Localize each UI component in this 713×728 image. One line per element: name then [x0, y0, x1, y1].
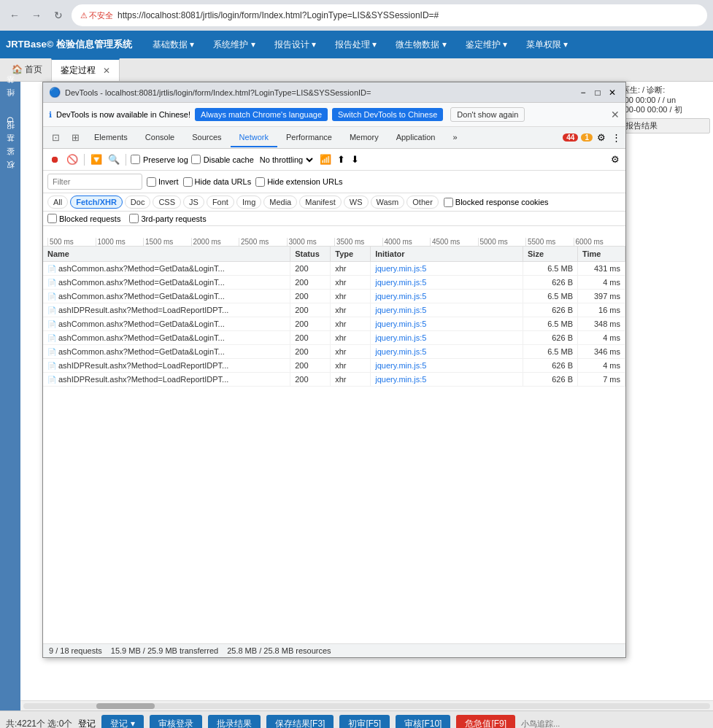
nav-item-report-proc[interactable]: 报告处理 ▾	[326, 33, 385, 57]
table-row[interactable]: 📄ashCommon.ashx?Method=GetData&LoginT...…	[43, 345, 625, 359]
td-initiator-2[interactable]: jquery.min.js:5	[371, 290, 523, 303]
tab-active[interactable]: 鉴定过程 ✕	[51, 58, 120, 81]
more-button[interactable]: ⋮	[610, 131, 623, 144]
tab-home[interactable]: 🏠 首页	[3, 59, 51, 80]
chip-media[interactable]: Media	[263, 195, 297, 209]
batch-result-button[interactable]: 批录结果	[208, 715, 261, 728]
throttle-select[interactable]: No throttling	[257, 155, 315, 165]
hide-data-label[interactable]: Hide data URLs	[183, 177, 252, 187]
table-row[interactable]: 📄ashIDPResult.ashx?Method=LoadReportIDPT…	[43, 359, 625, 373]
td-initiator-4[interactable]: jquery.min.js:5	[371, 317, 523, 330]
urgent-button[interactable]: 危急值[F9]	[456, 715, 515, 728]
nav-item-micro-data[interactable]: 微生物数据 ▾	[387, 33, 455, 57]
invert-checkbox[interactable]	[147, 177, 156, 187]
tab-close-icon[interactable]: ✕	[103, 66, 110, 76]
table-row[interactable]: 📄ashCommon.ashx?Method=GetData&LoginT...…	[43, 262, 625, 276]
throttle-select-wrap[interactable]: No throttling	[257, 155, 315, 165]
save-result-button[interactable]: 保存结果[F3]	[266, 715, 334, 728]
report-result-btn[interactable]: 报告结果	[622, 118, 710, 133]
chip-manifest[interactable]: Manifest	[299, 195, 342, 209]
blocked-response-checkbox[interactable]	[444, 198, 453, 207]
preserve-log-checkbox[interactable]	[131, 155, 140, 164]
chip-wasm[interactable]: Wasm	[371, 195, 405, 209]
review-button[interactable]: 审核[F10]	[396, 715, 450, 728]
third-party-label[interactable]: 3rd-party requests	[129, 214, 206, 223]
disable-cache-checkbox[interactable]	[191, 155, 201, 164]
blocked-requests-checkbox[interactable]	[47, 214, 57, 223]
tab-network[interactable]: Network	[231, 128, 277, 147]
tab-memory[interactable]: Memory	[341, 128, 388, 147]
td-initiator-7[interactable]: jquery.min.js:5	[371, 359, 523, 372]
td-initiator-8[interactable]: jquery.min.js:5	[371, 373, 523, 386]
address-bar[interactable]: ⚠ 不安全 https://localhost:8081/jrtlis/logi…	[72, 4, 707, 26]
tab-elements[interactable]: Elements	[85, 128, 136, 147]
nav-item-id-maint[interactable]: 鉴定维护 ▾	[457, 33, 516, 57]
filter-input[interactable]	[47, 174, 142, 190]
sidebar-item-1[interactable]: 维	[2, 98, 19, 109]
preserve-log-label[interactable]: Preserve log	[131, 155, 188, 164]
blocked-requests-label[interactable]: Blocked requests	[47, 214, 120, 223]
dont-show-button[interactable]: Don't show again	[450, 107, 525, 122]
table-row[interactable]: 📄ashCommon.ashx?Method=GetData&LoginT...…	[43, 290, 625, 303]
wifi-icon[interactable]: 📶	[318, 152, 333, 166]
td-initiator-0[interactable]: jquery.min.js:5	[371, 262, 523, 275]
third-party-checkbox[interactable]	[129, 214, 139, 223]
hide-data-checkbox[interactable]	[183, 177, 193, 187]
audit-login-button[interactable]: 审核登录	[150, 715, 202, 728]
clear-button[interactable]: 🚫	[65, 152, 80, 167]
chip-ws[interactable]: WS	[344, 195, 369, 209]
td-initiator-6[interactable]: jquery.min.js:5	[371, 345, 523, 358]
elements-icon[interactable]: ⊡	[46, 129, 66, 146]
sidebar-item-3[interactable]: 报	[2, 130, 19, 142]
switch-to-chinese-button[interactable]: Switch DevTools to Chinese	[332, 108, 443, 121]
td-initiator-3[interactable]: jquery.min.js:5	[371, 303, 523, 317]
table-row[interactable]: 📄ashIDPResult.ashx?Method=LoadReportIDPT…	[43, 373, 625, 387]
inspect-icon[interactable]: ⊞	[66, 129, 85, 146]
match-language-button[interactable]: Always match Chrome's language	[195, 108, 328, 121]
sidebar-item-4[interactable]: 基	[2, 143, 19, 155]
chip-all[interactable]: All	[47, 195, 68, 209]
scrollbar-row[interactable]	[20, 700, 713, 710]
nav-item-report-design[interactable]: 报告设计 ▾	[266, 33, 325, 57]
tab-application[interactable]: Application	[388, 128, 444, 147]
settings-button[interactable]: ⚙	[596, 131, 607, 144]
reload-button[interactable]: ↻	[50, 7, 67, 24]
record-button[interactable]: ⏺	[47, 152, 62, 167]
chip-font[interactable]: Font	[207, 195, 234, 209]
filter-button[interactable]: 🔽	[89, 152, 104, 167]
search-button[interactable]: 🔍	[107, 152, 121, 167]
sidebar-item-0[interactable]: 基	[2, 85, 19, 96]
banner-close-button[interactable]: ✕	[611, 109, 620, 120]
tab-console[interactable]: Console	[136, 128, 183, 147]
chip-other[interactable]: Other	[406, 195, 439, 209]
devtools-minimize-button[interactable]: −	[576, 85, 590, 100]
td-initiator-5[interactable]: jquery.min.js:5	[371, 331, 523, 344]
nav-item-system-maint[interactable]: 系统维护 ▾	[204, 33, 263, 57]
chip-css[interactable]: CSS	[153, 195, 181, 209]
table-row[interactable]: 📄ashCommon.ashx?Method=GetData&LoginT...…	[43, 276, 625, 290]
table-row[interactable]: 📄ashCommon.ashx?Method=GetData&LoginT...…	[43, 331, 625, 345]
network-settings-button[interactable]: ⚙	[609, 152, 621, 166]
nav-item-menu-perm[interactable]: 菜单权限 ▾	[517, 33, 577, 57]
tab-sources[interactable]: Sources	[183, 128, 230, 147]
chip-doc[interactable]: Doc	[125, 195, 151, 209]
table-row[interactable]: 📄ashIDPResult.ashx?Method=LoadReportIDPT…	[43, 303, 625, 317]
hide-ext-label[interactable]: Hide extension URLs	[255, 177, 342, 187]
table-row[interactable]: 📄ashCommon.ashx?Method=GetData&LoginT...…	[43, 317, 625, 331]
sidebar-item-6[interactable]: 权	[2, 169, 19, 181]
devtools-restore-button[interactable]: □	[590, 85, 605, 100]
nav-item-basic-data[interactable]: 基础数据 ▾	[144, 33, 203, 57]
init-button[interactable]: 初审[F5]	[339, 715, 390, 728]
chip-fetch-xhr[interactable]: Fetch/XHR	[70, 195, 123, 209]
blocked-response-label[interactable]: Blocked response cookies	[444, 198, 549, 207]
sidebar-item-2[interactable]: D	[3, 111, 18, 128]
chip-img[interactable]: Img	[236, 195, 261, 209]
scrollbar-track[interactable]	[23, 703, 710, 709]
scrollbar-thumb[interactable]	[96, 703, 155, 709]
download-icon[interactable]: ⬇	[350, 152, 361, 166]
td-initiator-1[interactable]: jquery.min.js:5	[371, 276, 523, 289]
invert-label[interactable]: Invert	[147, 177, 179, 187]
network-table[interactable]: Name Status Type Initiator Size Time 📄as…	[43, 247, 625, 643]
chip-js[interactable]: JS	[183, 195, 204, 209]
back-button[interactable]: ←	[6, 7, 23, 24]
